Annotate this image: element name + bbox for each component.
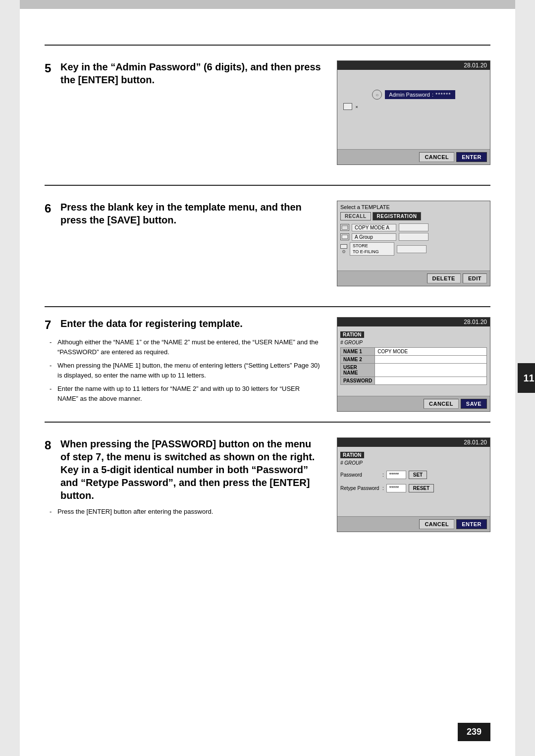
step7-bullet-3: - Enter the name with up to 11 letters f… (50, 384, 322, 403)
step8-enter-btn[interactable]: ENTER (456, 519, 487, 529)
reg-username-value[interactable] (375, 364, 487, 377)
step7-bullet-2: - When pressing the [NAME 1] button, the… (50, 361, 322, 380)
reg-name1-value[interactable]: COPY MODE (375, 348, 487, 356)
set-btn[interactable]: SET (409, 471, 427, 479)
reg-name1-label: NAME 1 (341, 348, 375, 356)
top-bar (20, 0, 515, 9)
group-label-8: # GROUP (340, 460, 487, 466)
template-icon-1 (340, 224, 349, 231)
pw-value[interactable]: ***** (386, 471, 406, 479)
template-name-3: STORETO E-FILING (350, 242, 394, 256)
step8-text: 8 When pressing the [PASSWORD] button on… (45, 437, 322, 532)
step8-heading: 8 When pressing the [PASSWORD] button on… (45, 437, 322, 502)
reg-password-value[interactable] (375, 377, 487, 385)
step5-screen-footer: CANCEL ENTER (337, 149, 490, 164)
template-row-3: ⚙ STORETO E-FILING (340, 242, 487, 256)
step8-section: 8 When pressing the [PASSWORD] button on… (45, 437, 490, 532)
step7-date: 28.01.20 (464, 319, 487, 325)
step7-section: 7 Enter the data for registering templat… (45, 317, 490, 412)
side-tab: 11 (518, 363, 535, 393)
step5-heading: 5 Key in the “Admin Password” (6 digits)… (45, 60, 322, 86)
retype-colon: : (382, 486, 384, 491)
step6-delete-btn[interactable]: DELETE (427, 273, 461, 283)
step8-date: 28.01.20 (464, 439, 487, 446)
step5-screen-header: 28.01.20 (337, 61, 490, 70)
step6-screen-body: Select a TEMPLATE RECALL REGISTRATION CO… (337, 201, 490, 270)
step7-bullets: - Although either the “NAME 1” or the “N… (45, 337, 322, 403)
step7-text: 7 Enter the data for registering templat… (45, 317, 322, 412)
step8-bullet-1: - Press the [ENTER] button after enterin… (50, 507, 322, 517)
step7-screen-footer: CANCEL SAVE (337, 396, 490, 411)
section-divider-4 (45, 422, 490, 423)
reg-username-row: USER NAME (341, 364, 487, 377)
step5-section: 5 Key in the “Admin Password” (6 digits)… (45, 60, 490, 165)
step5-number: 5 (45, 60, 56, 86)
step7-number: 7 (45, 317, 56, 332)
step5-enter-btn[interactable]: ENTER (456, 152, 487, 162)
step6-heading: 6 Press the blank key in the template me… (45, 201, 322, 226)
step6-screen-footer: DELETE EDIT (337, 270, 490, 286)
pw-label: Password (340, 472, 380, 478)
retype-value[interactable]: ***** (386, 484, 406, 492)
admin-pw-colon: : (432, 92, 433, 98)
template-name-2: A Group (352, 233, 396, 241)
step8-bullets: - Press the [ENTER] button after enterin… (45, 507, 322, 517)
admin-pw-value: ****** (435, 92, 451, 98)
step6-number: 6 (45, 201, 56, 226)
step7-screen: 28.01.20 RATION # GROUP NAME 1 COPY MODE… (337, 317, 490, 412)
step5-screen: 28.01.20 ○ Admin Password : ****** × CA (337, 60, 490, 165)
step6-edit-btn[interactable]: EDIT (463, 273, 487, 283)
template-extra-3 (397, 245, 427, 253)
step5-heading-text: Key in the “Admin Password” (6 digits), … (60, 60, 322, 86)
select-template-label: Select a TEMPLATE (340, 204, 487, 210)
step6-screen: Select a TEMPLATE RECALL REGISTRATION CO… (337, 201, 490, 286)
reg-name2-value[interactable] (375, 356, 487, 364)
step5-screen-body: ○ Admin Password : ****** × (337, 70, 490, 149)
step8-screen: 28.01.20 RATION # GROUP Password : *****… (337, 437, 490, 532)
step8-cancel-btn[interactable]: CANCEL (419, 519, 454, 529)
tab-recall[interactable]: RECALL (340, 212, 371, 220)
template-row-2: A Group (340, 233, 487, 241)
password-entry-row: Password : ***** SET (340, 471, 487, 479)
step8-screen-header: 28.01.20 (337, 438, 490, 447)
step7-save-btn[interactable]: SAVE (461, 399, 487, 409)
reg-table: NAME 1 COPY MODE NAME 2 USER NAME PASSWO… (340, 347, 487, 385)
store-icon: ⚙ (340, 244, 347, 254)
admin-pw-label: Admin Password (389, 92, 430, 98)
reg-password-label: PASSWORD (341, 377, 375, 385)
group-label-7: # GROUP (340, 340, 487, 345)
step7-bullet-1: - Although either the “NAME 1” or the “N… (50, 337, 322, 357)
step7-heading: 7 Enter the data for registering templat… (45, 317, 322, 332)
step6-section: 6 Press the blank key in the template me… (45, 201, 490, 286)
template-icon-2 (340, 233, 349, 240)
reg-password-row: PASSWORD (341, 377, 487, 385)
page-number: 239 (458, 723, 490, 741)
admin-pw-box: Admin Password : ****** (385, 90, 455, 99)
reg-username-label: USER NAME (341, 364, 375, 377)
step6-heading-text: Press the blank key in the template menu… (60, 201, 322, 226)
template-row-1: COPY MODE A (340, 223, 487, 231)
step7-screen-body: RATION # GROUP NAME 1 COPY MODE NAME 2 U… (337, 326, 490, 396)
admin-pw-row: ○ Admin Password : ****** (342, 90, 485, 100)
reset-btn[interactable]: RESET (409, 484, 434, 492)
step7-cancel-btn[interactable]: CANCEL (424, 399, 459, 409)
svg-rect-0 (342, 225, 348, 229)
tab-registration[interactable]: REGISTRATION (373, 212, 422, 220)
admin-circle-icon: ○ (372, 90, 382, 100)
reg-name2-label: NAME 2 (341, 356, 375, 364)
step8-heading-text: When pressing the [PASSWORD] button on t… (60, 437, 322, 502)
step5-date: 28.01.20 (464, 62, 487, 69)
template-extra-1 (399, 223, 428, 231)
step5-cancel-btn[interactable]: CANCEL (419, 152, 454, 162)
section-divider-top (45, 45, 490, 46)
step8-screen-footer: CANCEL ENTER (337, 516, 490, 532)
reg-name2-row: NAME 2 (341, 356, 487, 364)
step5-text: 5 Key in the “Admin Password” (6 digits)… (45, 60, 322, 165)
retype-label: Retype Password (340, 486, 380, 491)
tab-row: RECALL REGISTRATION (340, 212, 487, 220)
template-extra-2 (399, 233, 428, 241)
ration-badge-7: RATION (340, 331, 364, 338)
template-name-1: COPY MODE A (352, 224, 396, 231)
step8-screen-body: RATION # GROUP Password : ***** SET Rety… (337, 447, 490, 516)
pw-colon: : (382, 472, 384, 478)
